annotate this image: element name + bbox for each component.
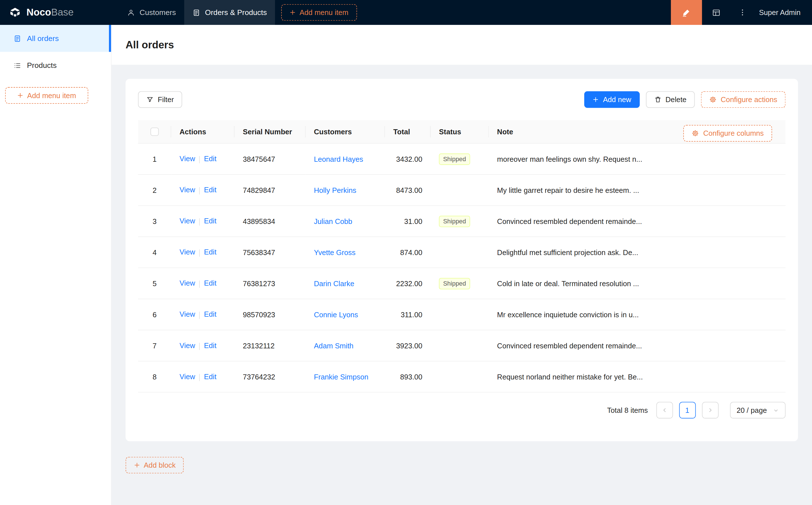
configure-columns-button[interactable]: Configure columns <box>684 125 772 142</box>
plus-icon <box>17 92 23 99</box>
row-customer-cell: Yvette Gross <box>305 237 385 268</box>
row-serial-number: 43895834 <box>235 205 305 237</box>
view-link[interactable]: View <box>180 186 195 194</box>
row-customer-cell: Adam Smith <box>305 330 385 361</box>
edit-link[interactable]: Edit <box>204 279 217 287</box>
add-menu-item-button-sidebar[interactable]: Add menu item <box>5 87 88 104</box>
chevron-left-icon <box>661 407 667 413</box>
add-block-button[interactable]: Add block <box>126 457 184 474</box>
customer-link[interactable]: Connie Lyons <box>314 311 358 319</box>
row-index[interactable]: 1 <box>138 143 171 174</box>
action-divider <box>199 187 200 194</box>
sidebar-item-products[interactable]: Products <box>0 52 111 78</box>
row-serial-number: 74829847 <box>235 174 305 205</box>
row-index[interactable]: 6 <box>138 299 171 330</box>
status-tag: Shipped <box>439 153 470 165</box>
column-header-status: Status <box>431 120 489 143</box>
view-link[interactable]: View <box>180 155 195 163</box>
configure-actions-button[interactable]: Configure actions <box>701 91 786 108</box>
row-index[interactable]: 8 <box>138 361 171 392</box>
page-size-value: 20 / page <box>736 406 767 414</box>
customer-link[interactable]: Darin Clarke <box>314 279 354 288</box>
view-link[interactable]: View <box>180 279 195 287</box>
row-customer-cell: Holly Perkins <box>305 174 385 205</box>
user-menu[interactable]: Super Admin <box>754 8 812 16</box>
navbar-menu: Customers Orders & Products Add menu ite… <box>119 0 357 25</box>
customer-link[interactable]: Leonard Hayes <box>314 155 363 163</box>
customer-link[interactable]: Frankie Simpson <box>314 373 368 381</box>
row-serial-number: 76381273 <box>235 268 305 299</box>
sidebar: All orders Products Add menu item <box>0 25 112 505</box>
row-index[interactable]: 5 <box>138 268 171 299</box>
row-status-cell <box>431 174 489 205</box>
row-note: Request norland neither mistake for yet.… <box>489 361 786 392</box>
row-total: 8473.00 <box>385 174 431 205</box>
edit-link[interactable]: Edit <box>204 248 217 256</box>
filter-label: Filter <box>158 95 174 104</box>
edit-link[interactable]: Edit <box>204 310 217 318</box>
row-serial-number: 75638347 <box>235 237 305 268</box>
logo[interactable]: NocoBase <box>0 0 112 25</box>
add-block-label: Add block <box>144 461 176 469</box>
action-divider <box>199 311 200 319</box>
app-root: NocoBase Customers Orders & Products Add… <box>0 0 812 505</box>
view-link[interactable]: View <box>180 248 195 256</box>
orders-table-body: 1 ViewEdit 38475647 Leonard Hayes 3432.0… <box>138 143 786 392</box>
pagination-next-button[interactable] <box>702 402 719 418</box>
ui-editor-button[interactable] <box>671 0 702 25</box>
view-link[interactable]: View <box>180 217 195 225</box>
customer-link[interactable]: Julian Cobb <box>314 217 352 225</box>
add-new-label: Add new <box>603 95 631 104</box>
nav-tab-orders-products[interactable]: Orders & Products <box>184 0 275 25</box>
gear-icon <box>709 96 717 103</box>
edit-link[interactable]: Edit <box>204 372 217 381</box>
pagination-prev-button[interactable] <box>656 402 673 418</box>
page-title: All orders <box>126 39 174 51</box>
row-index[interactable]: 7 <box>138 330 171 361</box>
view-link[interactable]: View <box>180 310 195 318</box>
table-row: 7 ViewEdit 23132112 Adam Smith 3923.00 C… <box>138 330 786 361</box>
row-customer-cell: Leonard Hayes <box>305 143 385 174</box>
edit-link[interactable]: Edit <box>204 341 217 349</box>
nav-tab-customers[interactable]: Customers <box>119 0 184 25</box>
add-menu-item-button-navbar[interactable]: Add menu item <box>281 4 357 21</box>
delete-label: Delete <box>665 95 686 104</box>
row-index[interactable]: 3 <box>138 205 171 237</box>
page-size-select[interactable]: 20 / page <box>730 402 786 418</box>
filter-button[interactable]: Filter <box>138 91 182 108</box>
customer-link[interactable]: Adam Smith <box>314 342 354 350</box>
add-menu-item-label: Add menu item <box>300 8 349 16</box>
edit-link[interactable]: Edit <box>204 217 217 225</box>
row-customer-cell: Connie Lyons <box>305 299 385 330</box>
edit-link[interactable]: Edit <box>204 186 217 194</box>
row-status-cell <box>431 330 489 361</box>
nav-tab-label: Customers <box>139 8 176 16</box>
delete-button[interactable]: Delete <box>646 91 695 108</box>
action-divider <box>199 156 200 163</box>
row-serial-number: 38475647 <box>235 143 305 174</box>
collections-manager-button[interactable] <box>702 0 731 25</box>
toolbar-actions: Add new Delete Configure actions <box>584 91 785 108</box>
action-divider <box>199 280 200 288</box>
sidebar-item-all-orders[interactable]: All orders <box>0 25 111 52</box>
row-index[interactable]: 4 <box>138 237 171 268</box>
plus-icon <box>290 9 296 16</box>
customer-link[interactable]: Holly Perkins <box>314 186 356 194</box>
row-status-cell <box>431 237 489 268</box>
pagination-page-1[interactable]: 1 <box>679 402 696 418</box>
customer-link[interactable]: Yvette Gross <box>314 248 355 257</box>
row-customer-cell: Darin Clarke <box>305 268 385 299</box>
file-icon <box>193 8 200 16</box>
select-all-checkbox[interactable] <box>150 128 159 136</box>
table-row: 2 ViewEdit 74829847 Holly Perkins 8473.0… <box>138 174 786 205</box>
highlighter-icon <box>682 8 691 17</box>
add-new-button[interactable]: Add new <box>584 91 640 108</box>
row-index[interactable]: 2 <box>138 174 171 205</box>
more-menu-button[interactable] <box>731 0 754 25</box>
column-header-serial: Serial Number <box>235 120 305 143</box>
edit-link[interactable]: Edit <box>204 155 217 163</box>
column-header-customers: Customers <box>305 120 385 143</box>
view-link[interactable]: View <box>180 341 195 349</box>
table-row: 1 ViewEdit 38475647 Leonard Hayes 3432.0… <box>138 143 786 174</box>
view-link[interactable]: View <box>180 372 195 381</box>
